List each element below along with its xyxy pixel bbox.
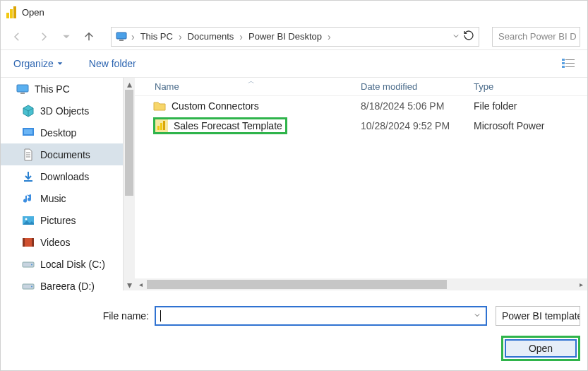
svg-rect-4: [119, 40, 124, 41]
file-date: 8/18/2024 5:06 PM: [361, 100, 474, 112]
tree-label: This PC: [35, 83, 70, 95]
navigation-tree: This PC 3D Objects Desktop Documents Dow…: [1, 78, 135, 290]
music-icon: [22, 192, 35, 205]
scrollbar-thumb[interactable]: [125, 90, 133, 196]
scroll-left-icon[interactable]: ◂: [135, 281, 147, 288]
organize-label: Organize: [13, 58, 54, 69]
tree-music[interactable]: Music: [1, 187, 135, 209]
tree-3d-objects[interactable]: 3D Objects: [1, 100, 135, 122]
svg-point-24: [31, 285, 32, 287]
address-history-button[interactable]: [452, 31, 460, 42]
svg-rect-14: [24, 129, 32, 134]
sidebar-scrollbar[interactable]: ▴ ▾: [123, 78, 135, 290]
svg-rect-6: [565, 59, 575, 60]
window-title: Open: [22, 7, 44, 18]
tree-label: Music: [40, 193, 66, 204]
tree-documents[interactable]: Documents: [1, 143, 135, 165]
svg-rect-2: [13, 6, 16, 18]
nav-recent-button[interactable]: [61, 28, 71, 46]
video-icon: [22, 236, 35, 249]
svg-rect-19: [23, 238, 25, 247]
tree-local-disk-c[interactable]: Local Disk (C:): [1, 253, 135, 275]
desktop-icon: [22, 126, 35, 139]
scroll-down-icon[interactable]: ▾: [124, 278, 135, 290]
breadcrumb-powerbi[interactable]: Power BI Desktop: [247, 31, 323, 42]
svg-rect-5: [562, 59, 565, 61]
organize-menu[interactable]: Organize: [13, 58, 64, 69]
folder-icon: [153, 100, 166, 112]
file-row-template[interactable]: Sales Forecast Template 10/28/2024 9:52 …: [135, 116, 587, 136]
pc-icon: [16, 83, 29, 95]
nav-back-button[interactable]: [8, 28, 26, 46]
tree-label: 3D Objects: [40, 105, 89, 117]
tree-label: Videos: [40, 237, 71, 248]
svg-rect-1: [10, 9, 13, 18]
tree-downloads[interactable]: Downloads: [1, 165, 135, 187]
tree-label: Bareera (D:): [40, 281, 95, 292]
svg-rect-8: [565, 63, 575, 64]
document-icon: [22, 148, 35, 161]
drive-icon: [22, 258, 35, 271]
scroll-up-icon[interactable]: ▴: [124, 78, 135, 90]
picture-icon: [22, 214, 35, 227]
chevron-right-icon: ›: [177, 31, 184, 42]
horizontal-scrollbar[interactable]: ◂ ▸: [135, 278, 587, 290]
search-input[interactable]: Search Power BI D: [492, 27, 580, 47]
svg-point-22: [31, 264, 32, 265]
svg-point-17: [25, 218, 28, 220]
tree-videos[interactable]: Videos: [1, 231, 135, 253]
file-name: Sales Forecast Template: [174, 120, 282, 131]
nav-up-button[interactable]: [80, 28, 98, 46]
refresh-button[interactable]: [463, 30, 474, 43]
svg-rect-26: [157, 126, 160, 130]
file-type: File folder: [474, 100, 587, 112]
svg-rect-11: [17, 85, 28, 92]
tree-bareera-d[interactable]: Bareera (D:): [1, 275, 135, 297]
svg-rect-12: [20, 93, 25, 94]
scroll-right-icon[interactable]: ▸: [575, 281, 587, 288]
file-date: 10/28/2024 9:52 PM: [361, 120, 474, 131]
svg-rect-28: [163, 121, 165, 130]
tree-label: Downloads: [40, 171, 89, 182]
column-header-type[interactable]: Type: [474, 81, 587, 92]
tree-label: Documents: [40, 149, 90, 160]
text-cursor: [160, 310, 161, 322]
svg-rect-0: [6, 13, 9, 18]
filetype-select[interactable]: Power BI template: [496, 306, 580, 326]
tree-label: Local Disk (C:): [40, 259, 105, 270]
file-type: Microsoft Power: [474, 120, 587, 131]
open-button[interactable]: Open: [505, 339, 577, 358]
download-icon: [22, 170, 35, 183]
svg-rect-15: [24, 180, 32, 182]
tree-pictures[interactable]: Pictures: [1, 209, 135, 231]
filename-label: File name:: [8, 310, 149, 322]
chevron-right-icon: ›: [238, 31, 244, 42]
address-bar[interactable]: › This PC › Documents › Power BI Desktop…: [111, 27, 479, 47]
column-header-date[interactable]: Date modified: [361, 81, 474, 92]
tree-desktop[interactable]: Desktop: [1, 122, 135, 143]
powerbi-file-icon: [155, 119, 168, 132]
new-folder-button[interactable]: New folder: [89, 58, 136, 69]
svg-rect-3: [116, 33, 126, 39]
svg-rect-20: [32, 238, 34, 247]
filename-history-button[interactable]: [473, 310, 481, 322]
tree-label: Desktop: [40, 127, 76, 139]
file-name: Custom Connectors: [172, 100, 259, 112]
filename-input[interactable]: [155, 306, 487, 326]
cube-icon: [22, 105, 35, 117]
breadcrumb-documents[interactable]: Documents: [186, 31, 236, 42]
view-options-button[interactable]: [562, 59, 575, 69]
scrollbar-thumb[interactable]: [147, 280, 447, 289]
breadcrumb-this-pc[interactable]: This PC: [139, 31, 174, 42]
sort-ascending-icon: ︿: [248, 76, 255, 86]
drive-icon: [22, 280, 35, 293]
chevron-right-icon: ›: [130, 31, 136, 42]
file-row-folder[interactable]: Custom Connectors 8/18/2024 5:06 PM File…: [135, 96, 587, 116]
tree-this-pc[interactable]: This PC: [1, 78, 135, 100]
svg-rect-7: [562, 62, 565, 64]
svg-rect-10: [565, 66, 575, 67]
nav-forward-button[interactable]: [35, 28, 53, 46]
svg-rect-9: [562, 66, 565, 68]
svg-rect-27: [160, 123, 162, 130]
tree-label: Pictures: [40, 215, 76, 226]
